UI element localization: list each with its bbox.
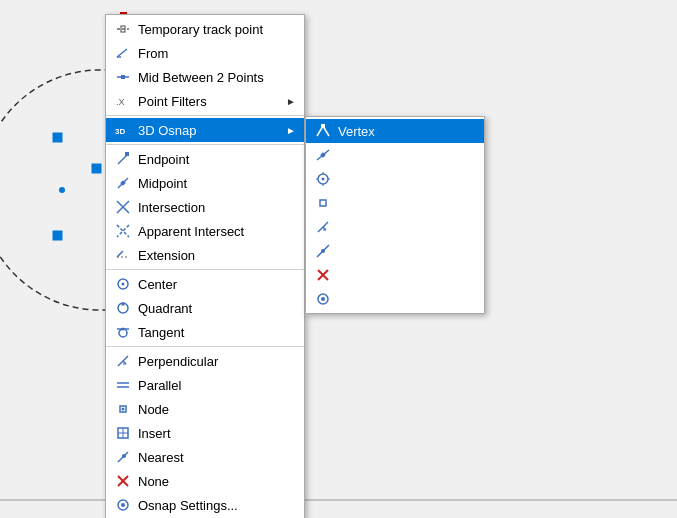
- menu-item-insert[interactable]: Insert: [106, 421, 304, 445]
- menu-item-parallel[interactable]: Parallel: [106, 373, 304, 397]
- center-label: Center: [138, 277, 296, 292]
- menu-item-apparent-intersect[interactable]: Apparent Intersect: [106, 219, 304, 243]
- svg-point-47: [122, 283, 125, 286]
- parallel-icon: [112, 374, 134, 396]
- 3d-osnap-arrow: ►: [286, 125, 296, 136]
- submenu-item-none-3d[interactable]: None: [306, 263, 484, 287]
- svg-point-64: [122, 454, 126, 458]
- osnap-settings-3d-icon: [312, 288, 334, 310]
- svg-text:.X: .X: [116, 97, 125, 107]
- intersection-label: Intersection: [138, 200, 296, 215]
- perpendicular-icon: [112, 350, 134, 372]
- center-icon: [112, 273, 134, 295]
- svg-point-68: [121, 503, 125, 507]
- apparent-intersect-label: Apparent Intersect: [138, 224, 296, 239]
- parallel-label: Parallel: [138, 378, 296, 393]
- svg-rect-4: [53, 231, 62, 240]
- from-icon: [112, 42, 134, 64]
- menu-item-none-main[interactable]: None: [106, 469, 304, 493]
- insert-icon: [112, 422, 134, 444]
- vertex-label: Vertex: [338, 124, 476, 139]
- perpendicular-3d-label: Perpendicular: [338, 220, 476, 235]
- node-icon: [112, 398, 134, 420]
- svg-rect-12: [121, 75, 125, 79]
- tangent-label: Tangent: [138, 325, 296, 340]
- track-icon: [112, 18, 134, 40]
- submenu-item-center-face[interactable]: Center of face: [306, 167, 484, 191]
- menu-item-from[interactable]: From: [106, 41, 304, 65]
- menu-item-midpoint[interactable]: Midpoint: [106, 171, 304, 195]
- from-label: From: [138, 46, 296, 61]
- temp-track-label: Temporary track point: [138, 22, 296, 37]
- svg-point-31: [321, 249, 325, 253]
- menu-item-center[interactable]: Center: [106, 272, 304, 296]
- menu-item-mid-between[interactable]: Mid Between 2 Points: [106, 65, 304, 89]
- menu-item-temp-track[interactable]: Temporary track point: [106, 17, 304, 41]
- vertex-icon: [312, 120, 334, 142]
- extension-icon: [112, 244, 134, 266]
- osnap-settings-3d-label: Osnap Settings...: [338, 292, 476, 307]
- submenu-3d-osnap: Vertex Midpoint on edge: [305, 116, 485, 314]
- svg-rect-26: [320, 200, 326, 206]
- osnap-settings-main-icon: [112, 494, 134, 516]
- none-main-icon: [112, 470, 134, 492]
- apparent-intersect-icon: [112, 220, 134, 242]
- nearest-face-label: Nearest to Face: [338, 244, 476, 259]
- submenu-item-perpendicular-3d[interactable]: Perpendicular: [306, 215, 484, 239]
- point-filters-label: Point Filters: [138, 94, 276, 109]
- menu-item-extension[interactable]: Extension: [106, 243, 304, 267]
- 3d-osnap-icon: 3D: [112, 119, 134, 141]
- menu-item-quadrant[interactable]: Quadrant: [106, 296, 304, 320]
- nearest-label: Nearest: [138, 450, 296, 465]
- intersection-icon: [112, 196, 134, 218]
- submenu-item-nearest-face[interactable]: Nearest to Face: [306, 239, 484, 263]
- svg-rect-49: [122, 303, 125, 306]
- menu-item-osnap-settings-main[interactable]: Osnap Settings...: [106, 493, 304, 517]
- endpoint-label: Endpoint: [138, 152, 296, 167]
- submenu-item-vertex[interactable]: Vertex: [306, 119, 484, 143]
- mid-between-icon: [112, 66, 134, 88]
- separator-2: [106, 144, 304, 145]
- menu-item-point-filters[interactable]: .X Point Filters ►: [106, 89, 304, 113]
- menu-item-perpendicular[interactable]: Perpendicular: [106, 349, 304, 373]
- node-label: Node: [138, 402, 296, 417]
- midpoint-icon: [112, 172, 134, 194]
- separator-4: [106, 346, 304, 347]
- menu-item-tangent[interactable]: Tangent: [106, 320, 304, 344]
- knot-icon: [312, 192, 334, 214]
- menu-item-intersection[interactable]: Intersection: [106, 195, 304, 219]
- svg-point-21: [322, 178, 325, 181]
- svg-line-9: [117, 49, 127, 57]
- menu-item-node[interactable]: Node: [106, 397, 304, 421]
- mid-between-label: Mid Between 2 Points: [138, 70, 296, 85]
- midpoint-edge-icon: [312, 144, 334, 166]
- menu-item-endpoint[interactable]: Endpoint: [106, 147, 304, 171]
- tangent-icon: [112, 321, 134, 343]
- extension-label: Extension: [138, 248, 296, 263]
- menu-item-nearest[interactable]: Nearest: [106, 445, 304, 469]
- quadrant-icon: [112, 297, 134, 319]
- quadrant-label: Quadrant: [138, 301, 296, 316]
- perpendicular-3d-icon: [312, 216, 334, 238]
- point-filters-icon: .X: [112, 90, 134, 112]
- svg-rect-2: [53, 133, 62, 142]
- submenu-item-knot[interactable]: Knot: [306, 191, 484, 215]
- none-main-label: None: [138, 474, 296, 489]
- 3d-osnap-label: 3D Osnap: [138, 123, 276, 138]
- svg-point-59: [122, 408, 125, 411]
- nearest-face-icon: [312, 240, 334, 262]
- menu-item-3d-osnap[interactable]: 3D 3D Osnap ► Vertex: [106, 118, 304, 142]
- separator-3: [106, 269, 304, 270]
- svg-rect-37: [125, 152, 129, 156]
- separator-1: [106, 115, 304, 116]
- submenu-item-osnap-settings-3d[interactable]: Osnap Settings...: [306, 287, 484, 311]
- none-3d-label: None: [338, 268, 476, 283]
- svg-text:3D: 3D: [115, 127, 125, 136]
- submenu-item-midpoint-edge[interactable]: Midpoint on edge: [306, 143, 484, 167]
- svg-point-52: [122, 328, 125, 331]
- point-filters-arrow: ►: [286, 96, 296, 107]
- svg-point-35: [321, 297, 325, 301]
- midpoint-label: Midpoint: [138, 176, 296, 191]
- perpendicular-label: Perpendicular: [138, 354, 296, 369]
- insert-label: Insert: [138, 426, 296, 441]
